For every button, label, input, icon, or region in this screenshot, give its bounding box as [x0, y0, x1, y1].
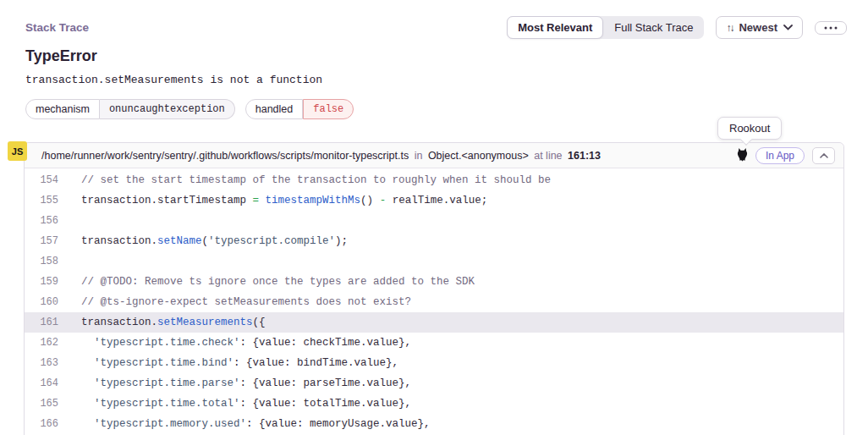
line-number-gutter: 157	[25, 231, 58, 251]
code-text: transaction.startTimestamp = timestampWi…	[58, 190, 487, 211]
sort-label: Newest	[739, 21, 777, 34]
code-text: // set the start timestamp of the transa…	[58, 170, 551, 190]
in-word: in	[415, 150, 423, 162]
line-number-gutter: 162	[25, 333, 58, 353]
code-line: 155transaction.startTimestamp = timestam…	[25, 190, 843, 211]
code-text	[58, 211, 81, 231]
tags-row: mechanismonuncaughtexceptionhandledfalse	[25, 99, 354, 119]
code-line: 166 'typescript.memory.used': {value: me…	[25, 414, 843, 434]
view-toggle: Most Relevant Full Stack Trace	[507, 16, 704, 39]
more-options-button[interactable]	[815, 21, 847, 35]
code-line: 165 'typescript.time.total': {value: tot…	[25, 394, 843, 414]
file-path: /home/runner/work/sentry/sentry/.github/…	[41, 150, 409, 162]
line-number-gutter: 159	[25, 272, 58, 292]
tag-key: mechanism	[25, 99, 100, 119]
code-view: 154// set the start timestamp of the tra…	[25, 168, 843, 434]
code-line: 158	[25, 251, 843, 272]
line-number-gutter: 164	[25, 373, 58, 394]
line-column-number: 161:13	[568, 150, 601, 162]
error-message: transaction.setMeasurements is not a fun…	[25, 74, 322, 86]
function-name: Object.<anonymous>	[428, 150, 529, 162]
sort-newest-dropdown[interactable]: ↑↓ Newest	[716, 16, 803, 39]
code-line: 156	[25, 211, 843, 231]
collapse-frame-button[interactable]	[812, 147, 835, 164]
at-line-word: at line	[534, 150, 562, 162]
frame-location: /home/runner/work/sentry/sentry/.github/…	[41, 150, 601, 162]
tag-key: handled	[245, 99, 304, 119]
frame-header[interactable]: /home/runner/work/sentry/sentry/.github/…	[25, 143, 843, 168]
code-line-active: 161transaction.setMeasurements({	[25, 312, 843, 333]
sort-arrows-icon: ↑↓	[726, 22, 733, 34]
tooltip-label: Rookout	[729, 122, 770, 135]
code-text: 'typescript.memory.used': {value: memory…	[58, 414, 431, 434]
error-type-title: TypeError	[25, 47, 97, 65]
line-number-gutter: 154	[25, 170, 58, 190]
code-line: 162 'typescript.time.check': {value: che…	[25, 333, 843, 353]
tag-value: onuncaughtexception	[100, 99, 235, 119]
full-stack-trace-button[interactable]: Full Stack Trace	[603, 16, 704, 39]
code-line: 160// @ts-ignore-expect setMeasurements …	[25, 292, 843, 312]
line-number-gutter: 161	[25, 312, 58, 333]
code-text: transaction.setName('typescript.compile'…	[58, 231, 348, 251]
line-number-gutter: 156	[25, 211, 58, 231]
code-text: 'typescript.time.total': {value: totalTi…	[58, 394, 411, 414]
code-line: 157transaction.setName('typescript.compi…	[25, 231, 843, 251]
code-line: 159// @TODO: Remove ts ignore once the t…	[25, 272, 843, 292]
line-number-gutter: 166	[25, 414, 58, 434]
tag-pill[interactable]: handledfalse	[245, 99, 354, 119]
toolbar: Most Relevant Full Stack Trace ↑↓ Newest	[507, 16, 847, 39]
code-line: 163 'typescript.time.bind': {value: bind…	[25, 353, 843, 373]
most-relevant-button[interactable]: Most Relevant	[507, 16, 603, 39]
frame-actions: In App	[737, 147, 835, 164]
chevron-down-icon	[783, 25, 793, 30]
line-number-gutter: 163	[25, 353, 58, 373]
chevron-up-icon	[820, 153, 828, 158]
stack-frame: JS /home/runner/work/sentry/sentry/.gith…	[24, 142, 844, 435]
code-text	[58, 251, 81, 272]
ellipsis-icon	[824, 26, 838, 30]
tag-value: false	[303, 99, 354, 119]
platform-js-badge: JS	[8, 141, 27, 161]
line-number-gutter: 155	[25, 190, 58, 211]
code-text: transaction.setMeasurements({	[58, 312, 266, 333]
line-number-gutter: 165	[25, 394, 58, 414]
in-app-badge: In App	[755, 147, 805, 164]
code-text: // @TODO: Remove ts ignore once the type…	[58, 272, 475, 292]
stack-trace-page: Stack Trace Most Relevant Full Stack Tra…	[0, 0, 868, 435]
rookout-tooltip: Rookout	[717, 117, 782, 140]
code-line: 154// set the start timestamp of the tra…	[25, 170, 843, 190]
code-text: 'typescript.time.bind': {value: bindTime…	[58, 353, 398, 373]
line-number-gutter: 160	[25, 292, 58, 312]
code-text: 'typescript.time.check': {value: checkTi…	[58, 333, 411, 353]
code-text: 'typescript.time.parse': {value: parseTi…	[58, 373, 411, 394]
rookout-icon[interactable]	[737, 148, 748, 162]
code-line: 164 'typescript.time.parse': {value: par…	[25, 373, 843, 394]
line-number-gutter: 158	[25, 251, 58, 272]
section-title: Stack Trace	[25, 21, 89, 34]
code-text: // @ts-ignore-expect setMeasurements doe…	[58, 292, 411, 312]
tag-pill[interactable]: mechanismonuncaughtexception	[25, 99, 235, 119]
